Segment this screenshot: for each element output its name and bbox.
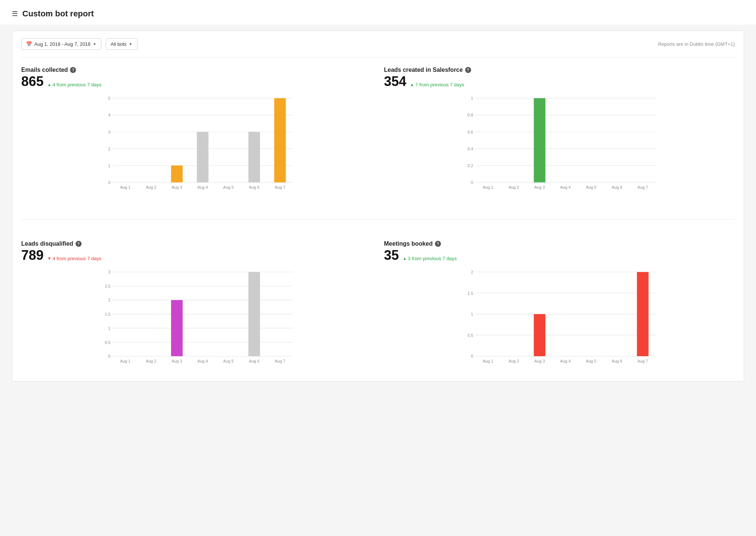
svg-text:Aug 7: Aug 7	[638, 185, 648, 189]
svg-rect-78	[534, 314, 545, 356]
svg-text:1: 1	[108, 326, 110, 331]
svg-text:Aug 4: Aug 4	[197, 359, 208, 363]
chart-section-emails_collected: Emails collected?865▲4 from previous 7 d…	[21, 67, 372, 198]
svg-rect-83	[637, 272, 648, 356]
date-range-label: Aug 1, 2018 - Aug 7, 2018	[34, 41, 90, 47]
svg-text:Aug 4: Aug 4	[560, 185, 571, 189]
chart-wrapper-meetings_booked: 00.511.52Aug 1Aug 2Aug 3Aug 4Aug 5Aug 6A…	[384, 268, 735, 372]
svg-text:Aug 3: Aug 3	[172, 185, 182, 189]
chart-wrapper-leads_salesforce: 00.20.40.60.81Aug 1Aug 2Aug 3Aug 4Aug 5A…	[384, 94, 735, 198]
bots-filter-button[interactable]: All bots ▼	[106, 38, 137, 50]
stat-change-leads_disqualified: ▼4 from previous 7 days	[47, 256, 101, 261]
svg-text:Aug 2: Aug 2	[509, 359, 519, 363]
section-divider	[21, 219, 735, 220]
chart-section-leads_disqualified: Leads disqualified?789▼4 from previous 7…	[21, 240, 372, 372]
timezone-note: Reports are in Dublin time (GMT+1)	[658, 41, 735, 47]
svg-text:Aug 5: Aug 5	[223, 359, 234, 363]
chart-wrapper-emails_collected: 012345Aug 1Aug 2Aug 3Aug 4Aug 5Aug 6Aug …	[21, 94, 372, 198]
stat-number-leads_disqualified: 789	[21, 249, 44, 262]
stat-row-leads_salesforce: 354▲7 from previous 7 days	[384, 75, 735, 88]
change-arrow-meetings_booked: ▲	[403, 256, 407, 261]
chart-header-meetings_booked: Meetings booked?	[384, 240, 735, 247]
change-arrow-leads_salesforce: ▲	[410, 82, 414, 87]
date-range-button[interactable]: 📅 Aug 1, 2018 - Aug 7, 2018 ▼	[21, 38, 101, 50]
chart-title-emails_collected: Emails collected	[21, 67, 68, 73]
svg-rect-21	[274, 98, 286, 182]
change-value-emails_collected: 4 from previous 7 days	[53, 82, 102, 87]
stat-change-emails_collected: ▲4 from previous 7 days	[47, 82, 101, 87]
svg-text:1: 1	[108, 163, 110, 168]
help-icon-leads_salesforce[interactable]: ?	[465, 67, 471, 73]
charts-grid: Emails collected?865▲4 from previous 7 d…	[21, 67, 735, 372]
svg-rect-37	[534, 98, 545, 182]
svg-text:Aug 1: Aug 1	[483, 359, 493, 363]
svg-text:0.4: 0.4	[468, 147, 473, 151]
svg-text:1.5: 1.5	[468, 291, 473, 296]
svg-text:4: 4	[108, 113, 110, 117]
date-caret-icon: ▼	[93, 42, 96, 46]
stat-number-meetings_booked: 35	[384, 249, 399, 262]
stat-change-leads_salesforce: ▲7 from previous 7 days	[410, 82, 464, 87]
change-arrow-leads_disqualified: ▼	[47, 256, 51, 261]
svg-text:0.8: 0.8	[468, 113, 473, 117]
change-value-leads_disqualified: 4 from previous 7 days	[53, 256, 102, 261]
bots-caret-icon: ▼	[129, 42, 133, 46]
help-icon-meetings_booked[interactable]: ?	[435, 241, 441, 247]
chart-svg-meetings_booked: 00.511.52Aug 1Aug 2Aug 3Aug 4Aug 5Aug 6A…	[384, 268, 735, 372]
stat-row-emails_collected: 865▲4 from previous 7 days	[21, 75, 372, 88]
menu-icon[interactable]: ☰	[12, 10, 18, 18]
svg-rect-59	[171, 300, 182, 356]
svg-text:2: 2	[108, 298, 110, 302]
stat-number-emails_collected: 865	[21, 75, 44, 88]
svg-text:1.5: 1.5	[105, 312, 111, 316]
chart-section-leads_salesforce: Leads created in Salesforce?354▲7 from p…	[384, 67, 735, 198]
svg-text:Aug 5: Aug 5	[586, 185, 596, 189]
svg-text:1: 1	[471, 312, 473, 316]
help-icon-leads_disqualified[interactable]: ?	[76, 241, 82, 247]
svg-text:Aug 7: Aug 7	[275, 185, 285, 189]
stat-change-meetings_booked: ▲3 from previous 7 days	[403, 256, 457, 261]
chart-header-leads_salesforce: Leads created in Salesforce?	[384, 67, 735, 73]
svg-text:0.6: 0.6	[468, 130, 473, 134]
chart-svg-leads_salesforce: 00.20.40.60.81Aug 1Aug 2Aug 3Aug 4Aug 5A…	[384, 94, 735, 198]
svg-text:0: 0	[471, 180, 473, 185]
change-value-leads_salesforce: 7 from previous 7 days	[415, 82, 464, 87]
svg-text:Aug 2: Aug 2	[509, 185, 519, 189]
svg-text:Aug 6: Aug 6	[612, 185, 622, 189]
svg-rect-16	[197, 132, 209, 182]
svg-text:Aug 2: Aug 2	[146, 359, 156, 363]
help-icon-emails_collected[interactable]: ?	[70, 67, 76, 73]
svg-text:Aug 2: Aug 2	[146, 185, 156, 189]
page-title: Custom bot report	[22, 9, 94, 19]
svg-text:0: 0	[108, 180, 110, 185]
svg-text:Aug 7: Aug 7	[638, 359, 648, 363]
svg-rect-14	[171, 166, 182, 182]
svg-text:5: 5	[108, 96, 110, 100]
svg-text:0: 0	[471, 354, 473, 358]
stat-row-leads_disqualified: 789▼4 from previous 7 days	[21, 249, 372, 262]
change-value-meetings_booked: 3 from previous 7 days	[408, 256, 457, 261]
svg-text:Aug 6: Aug 6	[612, 359, 622, 363]
svg-text:Aug 3: Aug 3	[172, 359, 182, 363]
main-container: 📅 Aug 1, 2018 - Aug 7, 2018 ▼ All bots ▼…	[0, 25, 756, 393]
svg-text:Aug 1: Aug 1	[120, 185, 130, 189]
chart-header-leads_disqualified: Leads disqualified?	[21, 240, 372, 247]
page-header: ☰ Custom bot report	[0, 0, 756, 25]
svg-text:Aug 4: Aug 4	[197, 185, 208, 189]
stat-number-leads_salesforce: 354	[384, 75, 406, 88]
svg-text:0.2: 0.2	[468, 163, 473, 168]
svg-text:1: 1	[471, 96, 473, 100]
chart-svg-emails_collected: 012345Aug 1Aug 2Aug 3Aug 4Aug 5Aug 6Aug …	[21, 94, 372, 198]
calendar-icon: 📅	[26, 41, 32, 47]
svg-text:3: 3	[108, 270, 110, 274]
svg-text:Aug 4: Aug 4	[560, 359, 571, 363]
chart-header-emails_collected: Emails collected?	[21, 67, 372, 73]
svg-text:Aug 6: Aug 6	[249, 359, 260, 363]
svg-text:0.5: 0.5	[468, 333, 473, 338]
chart-wrapper-leads_disqualified: 00.511.522.53Aug 1Aug 2Aug 3Aug 4Aug 5Au…	[21, 268, 372, 372]
svg-rect-63	[248, 272, 260, 356]
chart-title-meetings_booked: Meetings booked	[384, 240, 433, 247]
svg-text:0.5: 0.5	[105, 340, 111, 345]
svg-text:Aug 7: Aug 7	[275, 359, 285, 363]
chart-title-leads_salesforce: Leads created in Salesforce	[384, 67, 463, 73]
